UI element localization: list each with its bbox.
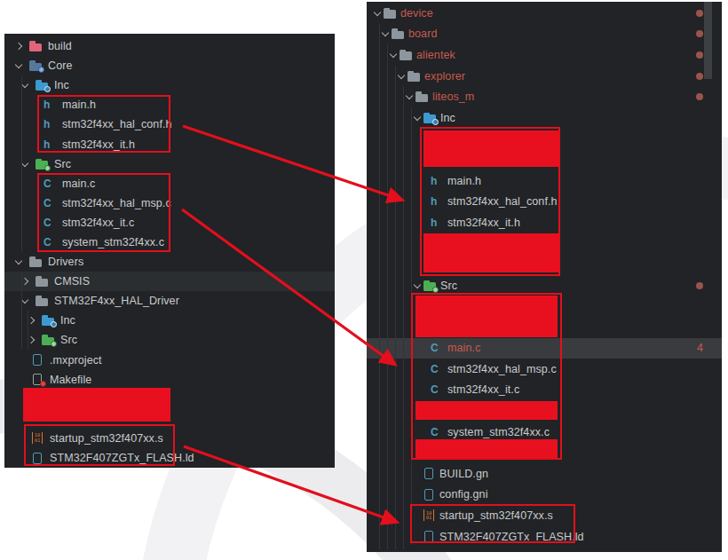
folder-inc-icon <box>42 313 55 327</box>
ld-file-icon <box>31 451 44 465</box>
tree-item-label: .mxproject <box>50 354 102 367</box>
tree-item-label: build <box>48 40 72 52</box>
tree-row[interactable]: .mxproject <box>4 351 335 370</box>
folder-src-open-icon <box>423 279 437 293</box>
tree-item-label: startup_stm32f407xx.s <box>50 432 163 445</box>
chevron-right-icon[interactable] <box>27 333 42 347</box>
tree-row-spacer <box>367 317 722 338</box>
tree-row[interactable]: hmain.h <box>367 170 722 192</box>
modified-dot-icon <box>696 282 703 289</box>
tree-row[interactable]: Makefile <box>4 370 335 390</box>
tree-item-label: Inc <box>54 79 69 91</box>
tree-row[interactable]: Cmain.c4 <box>367 338 722 359</box>
tree-row[interactable]: Inc <box>367 107 722 129</box>
tree-row[interactable]: Csystem_stm32f4xx.c <box>4 233 335 252</box>
tree-item-label: system_stm32f4xx.c <box>447 426 550 438</box>
chevron-down-icon[interactable] <box>20 157 36 171</box>
tree-row[interactable]: Inc <box>4 311 335 330</box>
tree-row[interactable]: Cstm32f4xx_hal_msp.c <box>367 359 722 380</box>
tree-row[interactable]: Src <box>4 154 335 174</box>
tree-row-spacer <box>367 296 722 317</box>
tree-item-label: stm32f4xx_hal_msp.c <box>447 363 557 375</box>
tree-row[interactable]: hmain.h <box>4 95 335 114</box>
chevron-down-icon[interactable] <box>405 90 415 104</box>
file-generic-icon <box>423 550 436 552</box>
chevron-down-icon[interactable] <box>381 27 392 41</box>
indent-guide <box>28 311 28 350</box>
tree-item-label: Drivers <box>48 256 83 268</box>
chevron-right-icon[interactable] <box>14 39 29 53</box>
tree-row-spacer <box>4 409 335 429</box>
c-file-icon: C <box>44 196 57 210</box>
tree-item-label: stm32f4xx_it.c <box>62 217 134 229</box>
tree-row[interactable]: Inc <box>4 75 335 95</box>
tree-row[interactable]: Cstm32f4xx_it.c <box>367 380 722 401</box>
chevron-down-icon[interactable] <box>389 48 400 62</box>
tree-row[interactable]: Src <box>4 330 335 350</box>
tree-row[interactable]: alientek <box>367 44 722 66</box>
chevron-down-icon[interactable] <box>20 294 36 308</box>
file-generic-icon <box>31 353 44 367</box>
tree-item-label: device <box>400 7 433 20</box>
chevron-down-icon[interactable] <box>14 59 29 73</box>
tree-item-label: Src <box>440 280 457 292</box>
tree-row[interactable]: Core <box>4 56 335 75</box>
tree-item-label: liteos_m <box>432 91 474 103</box>
indent-guide <box>395 66 396 549</box>
liteos-project-tree-panel: deviceboardalientekexplorerliteos_mInchm… <box>367 2 722 552</box>
tree-row[interactable]: BUILD.gn <box>367 547 722 552</box>
folder-plain-icon <box>36 274 49 288</box>
tree-row[interactable]: STM32F4xx_HAL_Driver <box>4 291 335 311</box>
folder-badge-icon <box>40 381 46 387</box>
tree-item-label: config.gni <box>439 488 488 501</box>
tree-row[interactable]: Csystem_stm32f4xx.c <box>367 422 722 443</box>
chevron-right-icon[interactable] <box>27 313 42 327</box>
tree-row[interactable]: startup_stm32f407xx.s <box>4 429 335 448</box>
tree-item-label: startup_stm32f407xx.s <box>439 509 553 522</box>
tree-item-label: STM32F4xx_HAL_Driver <box>54 295 179 307</box>
tree-row[interactable]: Drivers <box>4 252 335 272</box>
tree-item-label: system_stm32f4xx.c <box>62 236 164 248</box>
tree-item-label: explorer <box>424 70 465 83</box>
tree-row[interactable]: hstm32f4xx_hal_conf.h <box>4 114 335 134</box>
indent-guide <box>403 86 404 549</box>
makefile-icon <box>31 373 44 387</box>
tree-row[interactable]: hstm32f4xx_it.h <box>367 212 722 233</box>
tree-row[interactable]: CMSIS <box>4 272 335 291</box>
tree-row[interactable]: device <box>367 3 722 24</box>
asm-file-icon <box>31 431 44 446</box>
tree-row-spacer <box>367 233 722 255</box>
folder-badge-icon <box>51 321 57 327</box>
tree-row-spacer <box>367 254 722 275</box>
folder-badge-icon <box>38 67 44 73</box>
indent-guide <box>21 75 22 252</box>
chevron-down-icon[interactable] <box>373 6 384 20</box>
tree-row[interactable]: STM32F407ZGTx_FLASH.ld <box>4 448 335 468</box>
tree-row[interactable]: Src <box>367 275 722 296</box>
tree-row[interactable]: Cstm32f4xx_it.c <box>4 213 335 233</box>
tree-row[interactable]: Cmain.c <box>4 174 335 193</box>
chevron-down-icon[interactable] <box>397 69 408 83</box>
tree-item-label: stm32f4xx_it.h <box>62 138 135 151</box>
c-file-icon: C <box>431 425 444 439</box>
asm-file-icon <box>423 509 436 523</box>
tree-row[interactable]: config.gni <box>367 485 722 506</box>
tree-row[interactable]: hstm32f4xx_it.h <box>4 134 335 154</box>
chevron-down-icon[interactable] <box>413 111 423 125</box>
tree-row[interactable]: hstm32f4xx_hal_conf.h <box>367 191 722 212</box>
tree-row[interactable]: Cstm32f4xx_hal_msp.c <box>4 193 335 213</box>
stm32-project-tree-panel: buildCoreInchmain.hhstm32f4xx_hal_conf.h… <box>4 34 335 468</box>
chevron-right-icon[interactable] <box>20 274 36 288</box>
tree-item-label: main.c <box>62 177 95 190</box>
tree-row[interactable]: liteos_m <box>367 86 722 107</box>
tree-row[interactable]: board <box>367 24 722 45</box>
chevron-down-icon[interactable] <box>413 279 423 293</box>
tree-row[interactable]: build <box>4 36 335 56</box>
tree-row[interactable]: BUILD.gn <box>367 463 722 485</box>
tree-row[interactable]: startup_stm32f407xx.s <box>367 505 722 526</box>
chevron-down-icon[interactable] <box>14 255 29 269</box>
tree-row[interactable]: explorer <box>367 66 722 87</box>
chevron-down-icon[interactable] <box>20 78 36 92</box>
tree-row[interactable]: STM32F407ZGTx_FLASH.ld <box>367 526 722 548</box>
indent-guide <box>21 272 22 350</box>
